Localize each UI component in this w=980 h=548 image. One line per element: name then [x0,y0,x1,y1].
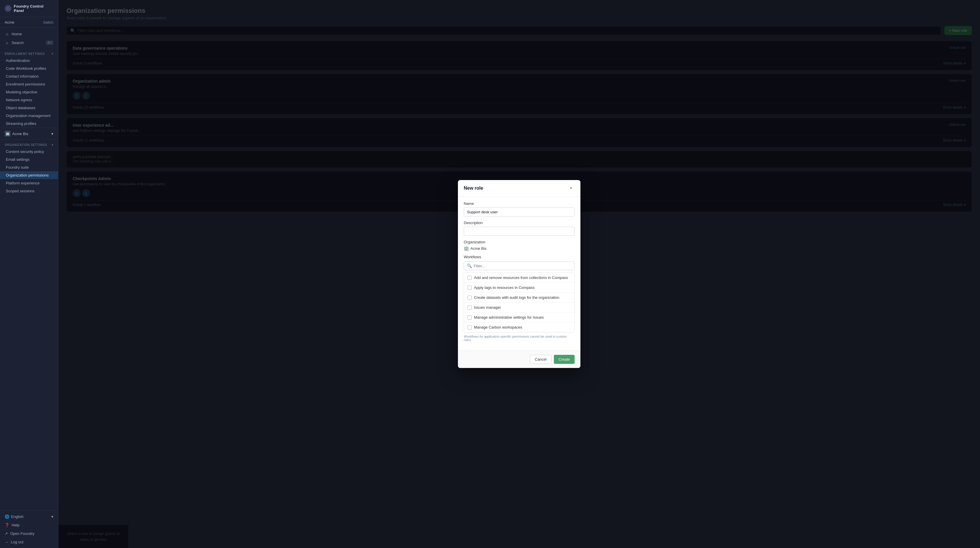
sidebar-header: ⬡ Foundry Control Panel [0,0,58,17]
workflows-field-group: Workflows 🔍 Add and remove resources fro… [464,255,574,342]
workflow-label-0: Add and remove resources from collection… [474,276,568,280]
sidebar-item-foundry-suite[interactable]: Foundry suite [0,163,58,171]
org-row[interactable]: Acme Switch [0,17,58,28]
sidebar-item-network-egress[interactable]: Network egress [0,96,58,104]
modal-overlay: New role × Name Description Organization [58,0,980,548]
sidebar-item-streaming-profiles[interactable]: Streaming profiles [0,119,58,127]
workflow-item-4[interactable]: Manage administrative settings for Issue… [464,312,574,322]
org2-name: Acme Bis [12,132,28,136]
workflows-search-input[interactable] [474,264,571,268]
workflow-label-1: Apply tags to resources in Compass [474,285,535,290]
description-label: Description [464,221,574,225]
name-field-group: Name [464,201,574,217]
workflow-item-1[interactable]: Apply tags to resources in Compass [464,283,574,293]
help-link[interactable]: ❓ Help [0,521,58,529]
open-foundry-icon: ↗ [5,531,8,536]
sidebar-footer: 🌐 English ▾ ❓ Help ↗ Open Foundry → Log … [0,510,58,548]
modal-footer: Cancel Create [458,350,581,368]
workflow-item-5[interactable]: Manage Carbon workspaces [464,322,574,332]
switch-org-button[interactable]: Switch [43,21,53,24]
workflow-checkbox-1[interactable] [468,286,472,290]
org-name: Acme [5,20,14,24]
new-role-modal: New role × Name Description Organization [458,180,581,368]
search-icon: ⌕ [5,40,10,45]
sidebar-item-object-databases[interactable]: Object databases [0,104,58,112]
workflow-item-0[interactable]: Add and remove resources from collection… [464,273,574,283]
sidebar-item-code-workbook-profiles[interactable]: Code Workbook profiles [0,64,58,72]
help-icon: ❓ [5,523,10,527]
workflow-item-3[interactable]: Issues manager [464,303,574,312]
sidebar-item-enrollment-permissions[interactable]: Enrollment permissions [0,80,58,88]
globe-icon: 🌐 [5,515,10,519]
org-display-icon: 🏢 [464,246,469,251]
main-content-area: Organization permissions Grant roles to … [58,0,980,548]
sidebar-item-label: Home [12,32,22,36]
org-settings-section: ORGANIZATION SETTINGS ▾ [0,140,58,148]
sidebar-item-scoped-sessions[interactable]: Scoped sessions [0,187,58,195]
org-display-name: Acme Bis [471,246,487,251]
lang-chevron-icon: ▾ [51,515,53,519]
sidebar-item-organization-management[interactable]: Organization management [0,112,58,119]
log-out-icon: → [5,540,8,544]
modal-title: New role [464,186,483,191]
sidebar-item-platform-experience[interactable]: Platform experience [0,179,58,187]
home-icon: ⌂ [5,32,10,36]
name-label: Name [464,201,574,206]
workflow-label-3: Issues manager [474,305,501,310]
description-field-group: Description [464,221,574,236]
workflows-search-icon: 🔍 [467,263,472,268]
organization-field-group: Organization 🏢 Acme Bis [464,240,574,251]
sidebar-item-content-security-policy[interactable]: Content security policy [0,148,58,156]
enrollment-items: Authentication Code Workbook profiles Co… [0,57,58,127]
org-settings-chevron-icon: ▾ [52,143,53,147]
log-out-label: Log out [11,540,23,544]
sidebar-item-modeling-objective[interactable]: Modeling objective [0,88,58,96]
sidebar: ⬡ Foundry Control Panel Acme Switch ⌂ Ho… [0,0,58,548]
org2-icon: 🏢 [5,131,11,137]
org2-left: 🏢 Acme Bis [5,131,28,137]
workflow-item-2[interactable]: Create datasets with audit logs for the … [464,293,574,303]
workflow-checkbox-4[interactable] [468,315,472,320]
modal-body: Name Description Organization 🏢 Acme Bis [458,197,581,350]
workflow-label-4: Manage administrative settings for Issue… [474,315,544,320]
sidebar-item-label: Search [12,41,24,45]
modal-close-button[interactable]: × [568,185,574,192]
search-shortcut: ⌘J [46,41,54,45]
open-foundry-link[interactable]: ↗ Open Foundry [0,529,58,538]
name-input[interactable] [464,207,574,217]
help-label: Help [12,523,19,527]
sidebar-item-home[interactable]: ⌂ Home [0,29,58,38]
app-title: Foundry Control Panel [14,4,53,13]
workflows-search-bar[interactable]: 🔍 [464,261,574,270]
language-selector[interactable]: 🌐 English ▾ [0,512,58,521]
workflows-label: Workflows [464,255,574,259]
sidebar-item-organization-permissions[interactable]: Organization permissions [0,171,58,179]
sidebar-item-contact-information[interactable]: Contact information [0,72,58,80]
foundry-logo-icon: ⬡ [5,5,11,12]
workflow-note: Workflows for application-specific permi… [464,335,574,342]
workflow-checkbox-3[interactable] [468,306,472,310]
enrollment-settings-section: ENROLLMENT SETTINGS ▾ [0,49,58,57]
workflow-checkbox-2[interactable] [468,296,472,299]
workflow-checkbox-5[interactable] [468,325,472,330]
workflow-label-2: Create datasets with audit logs for the … [474,295,559,299]
enrollment-chevron-icon: ▾ [52,52,53,56]
sidebar-nav: ⌂ Home ⌕ Search ⌘J [0,28,58,49]
workflow-list: Add and remove resources from collection… [464,272,574,332]
org2-row[interactable]: 🏢 Acme Bis ▾ [0,127,58,140]
sidebar-item-email-settings[interactable]: Email settings [0,156,58,163]
sidebar-item-search[interactable]: ⌕ Search ⌘J [0,38,58,47]
sidebar-item-authentication[interactable]: Authentication [0,57,58,64]
organization-value: 🏢 Acme Bis [464,246,574,251]
organization-label: Organization [464,240,574,244]
open-foundry-label: Open Foundry [10,531,34,536]
workflow-checkbox-0[interactable] [468,276,472,280]
create-button[interactable]: Create [554,355,574,364]
description-input[interactable] [464,227,574,236]
cancel-button[interactable]: Cancel [530,355,552,364]
language-label: English [11,515,24,519]
org-settings-items: Content security policy Email settings F… [0,148,58,195]
log-out-link[interactable]: → Log out [0,538,58,546]
modal-header: New role × [458,180,581,197]
workflow-label-5: Manage Carbon workspaces [474,325,522,330]
